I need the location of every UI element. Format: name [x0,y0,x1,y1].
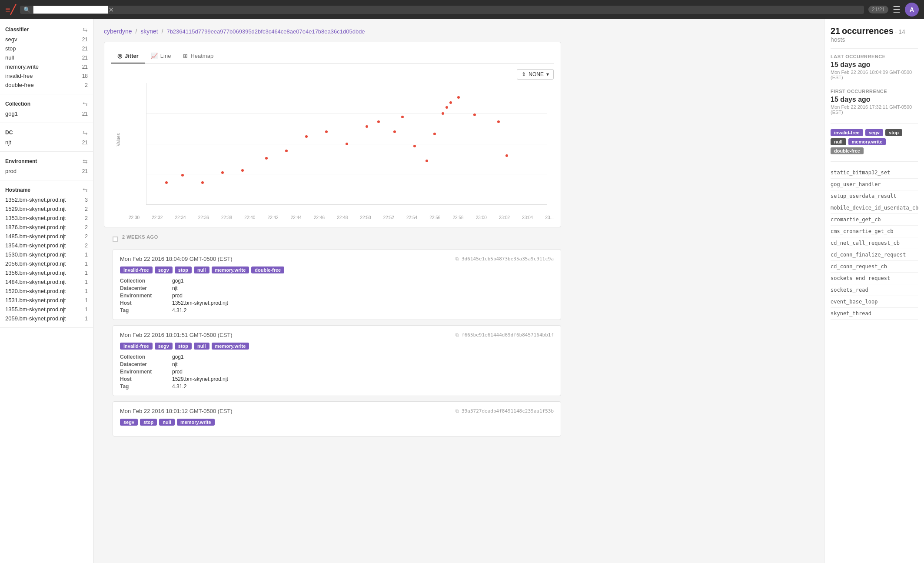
sidebar-section-filter-icon-hostname[interactable]: ⇆ [83,187,88,193]
search-clear-icon[interactable]: ✕ [108,6,114,14]
tag-invalid-free[interactable]: invalid-free [120,343,153,350]
tag-invalid-free[interactable]: invalid-free [120,267,153,273]
sidebar-item-njt[interactable]: njt21 [5,138,88,147]
xaxis-label-10: 22:50 [360,215,371,220]
sidebar-item-count: 1 [85,252,88,258]
divider2 [831,123,918,124]
chart-select[interactable]: ⇕ NONE ▾ [517,69,554,80]
right-tag-double-free[interactable]: double-free [831,147,864,154]
sidebar-item-null[interactable]: null21 [5,53,88,62]
meta-key: Datacenter [120,361,172,367]
sidebar-divider [0,180,93,180]
sidebar-item-1354-bm-skynet-prod-njt[interactable]: 1354.bm-skynet.prod.njt2 [5,241,88,250]
tag-null[interactable]: null [159,419,175,426]
xaxis-label-9: 22:48 [337,215,348,220]
sidebar-item-count: 1 [85,297,88,303]
sidebar-item-2056-bm-skynet-prod-njt[interactable]: 2056.bm-skynet.prod.njt1 [5,259,88,268]
right-panel: 21 occurrences · 14 hosts Last occurrren… [824,19,924,563]
sidebar-item-1520-bm-skynet-prod-njt[interactable]: 1520.bm-skynet.prod.njt1 [5,286,88,296]
tag-stop[interactable]: stop [140,419,157,426]
sidebar-item-stop[interactable]: stop21 [5,44,88,53]
meta-key: Tag [120,307,172,313]
tab-heatmap[interactable]: ⊞ Heatmap [177,49,219,63]
sidebar-item-1530-bm-skynet-prod-njt[interactable]: 1530.bm-skynet.prod.njt1 [5,250,88,259]
tag-stop[interactable]: stop [175,267,192,273]
copy-icon[interactable]: ⧉ [455,332,459,338]
stack-item-2[interactable]: setup_userdata_result [831,190,918,202]
sidebar-item-1353-bm-skynet-prod-njt[interactable]: 1353.bm-skynet.prod.njt2 [5,213,88,223]
scatter-dot-11 [377,120,380,123]
tab-line[interactable]: 📈 Line [145,49,177,63]
right-tag-invalid-free[interactable]: invalid-free [831,129,863,136]
meta-val: prod [172,293,554,299]
stack-item-7[interactable]: cd_conn_finalize_request [831,249,918,261]
stack-item-3[interactable]: mobile_device_id_userdata_cb [831,202,918,214]
breadcrumb-org[interactable]: cyberdyne [104,28,132,35]
sidebar-section-classifier: Classifier ⇆ segv21stop21null21memory.wr… [0,23,93,91]
tag-double-free[interactable]: double-free [251,267,284,273]
stack-item-9[interactable]: sockets_end_request [831,273,918,284]
sidebar-item-1356-bm-skynet-prod-njt[interactable]: 1356.bm-skynet.prod.njt1 [5,268,88,277]
stack-item-5[interactable]: cms_cromartie_get_cb [831,226,918,237]
stack-item-4[interactable]: cromartie_get_cb [831,214,918,226]
sidebar-section-filter-icon-environment[interactable]: ⇆ [83,158,88,165]
search-input[interactable] [33,6,108,14]
avatar[interactable]: A [905,3,919,17]
stack-item-8[interactable]: cd_conn_request_cb [831,261,918,273]
tag-null[interactable]: null [194,343,209,350]
sidebar-section-title-environment: Environment [5,158,37,164]
sidebar-item-1485-bm-skynet-prod-njt[interactable]: 1485.bm-skynet.prod.njt2 [5,232,88,241]
meta-key: Collection [120,354,172,360]
sidebar-section-filter-icon-classifier[interactable]: ⇆ [83,26,88,33]
stack-item-0[interactable]: static_bitmap32_set [831,167,918,179]
sidebar-item-1531-bm-skynet-prod-njt[interactable]: 1531.bm-skynet.prod.njt1 [5,296,88,305]
tag-row-1: invalid-freesegvstopnullmemory.write [120,343,554,350]
stack-item-11[interactable]: event_base_loop [831,296,918,308]
sidebar-item-gog1[interactable]: gog121 [5,109,88,118]
stack-item-6[interactable]: cd_net_call_request_cb [831,237,918,249]
sidebar-item-1484-bm-skynet-prod-njt[interactable]: 1484.bm-skynet.prod.njt1 [5,277,88,286]
sidebar-item-segv[interactable]: segv21 [5,35,88,44]
right-tag-segv[interactable]: segv [865,129,883,136]
tag-null[interactable]: null [194,267,209,273]
sidebar-item-1876-bm-skynet-prod-njt[interactable]: 1876.bm-skynet.prod.njt2 [5,223,88,232]
tag-segv[interactable]: segv [120,419,138,426]
sidebar-item-1529-bm-skynet-prod-njt[interactable]: 1529.bm-skynet.prod.njt2 [5,204,88,213]
right-tag-null[interactable]: null [831,138,846,145]
sidebar-item-2059-bm-skynet-prod-njt[interactable]: 2059.bm-skynet.prod.njt1 [5,314,88,323]
sidebar-item-count: 2 [85,243,88,249]
tag-memory.write[interactable]: memory.write [212,267,249,273]
sidebar-item-memory-write[interactable]: memory.write21 [5,62,88,71]
sidebar-item-invalid-free[interactable]: invalid-free18 [5,71,88,80]
tag-segv[interactable]: segv [155,267,173,273]
tag-memory.write[interactable]: memory.write [212,343,249,350]
scatter-dot-22 [497,120,500,123]
tag-stop[interactable]: stop [175,343,192,350]
xaxis-label-15: 23:00 [476,215,487,220]
sidebar-item-label: 1352.bm-skynet.prod.njt [5,197,66,203]
logo-icon[interactable]: ≡╱ [5,4,16,15]
tag-memory.write[interactable]: memory.write [177,419,215,426]
meta-val: 4.31.2 [172,383,554,390]
select-chevron-icon: ▾ [546,71,549,77]
sidebar-item-1352-bm-skynet-prod-njt[interactable]: 1352.bm-skynet.prod.njt3 [5,195,88,204]
sidebar-item-double-free[interactable]: double-free2 [5,80,88,90]
tab-jitter[interactable]: ◎ Jitter [111,49,145,63]
copy-icon[interactable]: ⧉ [455,256,459,262]
sidebar-item-prod[interactable]: prod21 [5,167,88,176]
xaxis-label-11: 22:52 [383,215,394,220]
tag-segv[interactable]: segv [155,343,173,350]
sidebar-section-filter-icon-collection[interactable]: ⇆ [83,100,88,107]
stack-item-12[interactable]: skynet_thread [831,308,918,320]
right-tag-memory.write[interactable]: memory.write [848,138,886,145]
right-tag-stop[interactable]: stop [885,129,902,136]
stack-item-10[interactable]: sockets_read [831,284,918,296]
menu-icon[interactable]: ☰ [893,4,901,15]
meta-key: Host [120,376,172,382]
stack-item-1[interactable]: gog_user_handler [831,179,918,190]
copy-icon[interactable]: ⧉ [455,408,459,414]
sidebar-item-1355-bm-skynet-prod-njt[interactable]: 1355.bm-skynet.prod.njt1 [5,305,88,314]
xaxis-label-13: 22:56 [429,215,440,220]
breadcrumb-project[interactable]: skynet [140,28,158,35]
sidebar-section-filter-icon-dc[interactable]: ⇆ [83,129,88,136]
